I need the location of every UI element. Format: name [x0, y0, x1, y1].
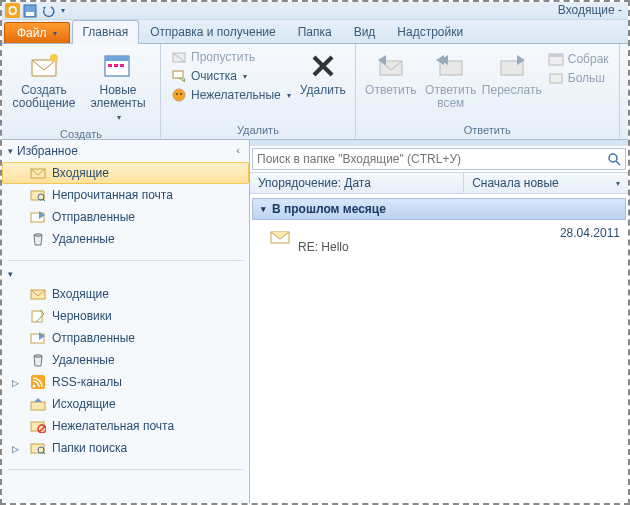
reply-icon [375, 50, 407, 82]
search-input[interactable] [257, 152, 607, 166]
drafts-icon [30, 308, 46, 324]
svg-rect-9 [114, 64, 118, 67]
chevron-down-icon: ▾ [53, 29, 57, 38]
forward-icon [496, 50, 528, 82]
favorites-header[interactable]: ▾ Избранное [2, 140, 249, 162]
delete-button[interactable]: Удалить [297, 48, 349, 99]
group-label-delete: Удалить [167, 122, 349, 139]
search-box[interactable] [252, 148, 626, 170]
search-icon[interactable] [607, 152, 621, 166]
delete-icon [307, 50, 339, 82]
nav-item-rss[interactable]: ▷RSS-каналы [2, 371, 249, 393]
chevron-down-icon: ▾ [117, 113, 121, 122]
tab-home[interactable]: Главная [72, 20, 140, 44]
account-header[interactable]: ▾ [2, 265, 249, 283]
title-bar: O ▾ Входящие - [2, 2, 628, 20]
svg-rect-7 [105, 56, 129, 61]
ribbon-group-delete: Пропустить Очистка▾ Нежелательные▾ Удали… [161, 44, 356, 139]
svg-point-15 [176, 93, 178, 95]
new-items-icon [102, 50, 134, 82]
chevron-down-icon: ▾ [8, 269, 13, 279]
junk-button[interactable]: Нежелательные▾ [167, 86, 295, 104]
inbox-icon [30, 165, 46, 181]
qat-dropdown-icon[interactable]: ▾ [58, 6, 68, 15]
group-label-respond: Ответить [362, 122, 613, 139]
sent-icon [30, 330, 46, 346]
trash-icon [30, 352, 46, 368]
new-mail-icon [28, 50, 60, 82]
nav-item-inbox[interactable]: Входящие [2, 162, 249, 184]
svg-rect-10 [120, 64, 124, 67]
junk-icon [171, 87, 187, 103]
chevron-down-icon: ▾ [616, 179, 620, 188]
svg-point-34 [34, 355, 42, 357]
nav-item-drafts[interactable]: Черновики [2, 305, 249, 327]
outbox-icon [30, 396, 46, 412]
reply-all-button[interactable]: Ответить всем [422, 48, 480, 112]
new-mail-button[interactable]: Создать сообщение [8, 48, 80, 112]
sort-direction-button[interactable]: Сначала новые▾ [464, 173, 628, 193]
svg-point-30 [34, 234, 42, 236]
nav-item-unread[interactable]: Непрочитанная почта [2, 184, 249, 206]
message-item[interactable]: 28.04.2011 RE: Hello [250, 224, 628, 256]
svg-rect-24 [550, 74, 562, 83]
nav-item-sent2[interactable]: Отправленные [2, 327, 249, 349]
svg-rect-13 [173, 71, 183, 78]
tab-file[interactable]: Файл▾ [4, 22, 70, 43]
chevron-down-icon: ▾ [243, 72, 247, 81]
svg-point-14 [173, 89, 185, 101]
nav-item-search-folders[interactable]: ▷Папки поиска [2, 437, 249, 459]
svg-line-28 [43, 199, 45, 201]
nav-item-sent[interactable]: Отправленные [2, 206, 249, 228]
more-respond-button[interactable]: Больш [544, 69, 613, 87]
svg-point-5 [50, 54, 58, 62]
message-date: 28.04.2011 [298, 226, 620, 240]
message-group-header[interactable]: ▾ В прошлом месяце [252, 198, 626, 220]
ribbon-group-respond: Ответить Ответить всем Переслать Собрак … [356, 44, 620, 139]
nav-item-inbox2[interactable]: Входящие [2, 283, 249, 305]
trash-icon [30, 231, 46, 247]
svg-point-16 [180, 93, 182, 95]
sent-icon [30, 209, 46, 225]
search-folders-icon [30, 440, 46, 456]
inbox-icon [30, 286, 46, 302]
window-title: Входящие - [558, 3, 622, 17]
tab-view[interactable]: Вид [343, 20, 387, 43]
svg-text:O: O [8, 4, 17, 18]
expand-icon[interactable]: ▷ [12, 444, 21, 453]
tab-send-receive[interactable]: Отправка и получение [139, 20, 286, 43]
search-folder-icon [30, 187, 46, 203]
undo-icon[interactable] [40, 3, 56, 19]
save-icon[interactable] [22, 3, 38, 19]
forward-button[interactable]: Переслать [482, 48, 542, 99]
chevron-down-icon: ▾ [287, 91, 291, 100]
reply-all-icon [435, 50, 467, 82]
tab-folder[interactable]: Папка [287, 20, 343, 43]
account-folders: Входящие Черновики Отправленные Удаленны… [2, 283, 249, 465]
ignore-button[interactable]: Пропустить [167, 48, 295, 66]
nav-separator [8, 260, 243, 261]
ribbon-group-new: Создать сообщение Новые элементы ▾ Созда… [2, 44, 161, 139]
reply-button[interactable]: Ответить [362, 48, 420, 99]
expand-icon[interactable]: ▷ [12, 378, 21, 387]
cleanup-icon [171, 68, 187, 84]
new-items-button[interactable]: Новые элементы ▾ [82, 48, 154, 126]
sort-header: Упорядочение: Дата Сначала новые▾ [250, 172, 628, 194]
svg-rect-8 [108, 64, 112, 67]
sort-by-button[interactable]: Упорядочение: Дата [250, 173, 464, 193]
svg-point-44 [609, 154, 617, 162]
nav-item-deleted[interactable]: Удаленные [2, 228, 249, 250]
svg-rect-3 [26, 12, 34, 16]
collapse-nav-icon[interactable]: ‹ [231, 144, 245, 158]
nav-pane: ‹ ▾ Избранное Входящие Непрочитанная поч… [2, 140, 250, 503]
svg-line-45 [616, 161, 620, 165]
cleanup-button[interactable]: Очистка▾ [167, 67, 295, 85]
chevron-down-icon: ▾ [261, 204, 266, 214]
meeting-button[interactable]: Собрак [544, 50, 613, 68]
nav-item-deleted2[interactable]: Удаленные [2, 349, 249, 371]
favorites-list: Входящие Непрочитанная почта Отправленны… [2, 162, 249, 256]
ignore-icon [171, 49, 187, 65]
nav-item-outbox[interactable]: Исходящие [2, 393, 249, 415]
tab-addins[interactable]: Надстройки [386, 20, 474, 43]
nav-item-junk[interactable]: Нежелательная почта [2, 415, 249, 437]
